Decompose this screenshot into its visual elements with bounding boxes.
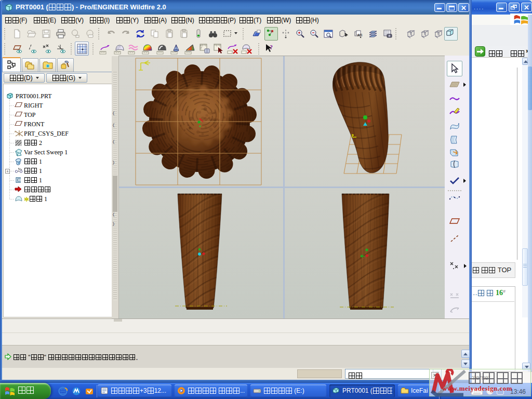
svg-text:AB: AB <box>357 33 363 37</box>
svg-text:?: ? <box>270 44 273 51</box>
